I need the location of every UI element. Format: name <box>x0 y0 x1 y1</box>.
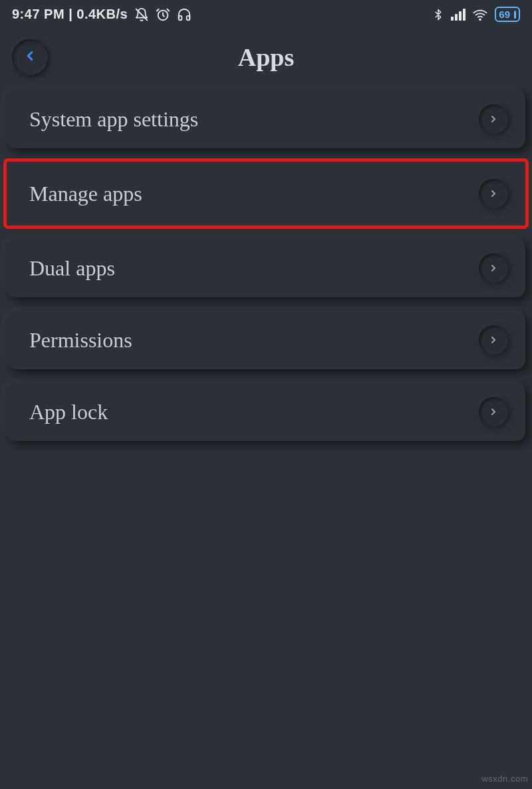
bell-off-icon <box>134 7 149 22</box>
chevron-right-icon <box>479 179 508 208</box>
back-button[interactable] <box>12 39 48 75</box>
bluetooth-icon <box>432 7 444 22</box>
status-right: 69 <box>432 7 520 22</box>
chevron-right-icon <box>479 397 508 426</box>
chevron-left-icon <box>23 46 37 69</box>
row-label: Dual apps <box>29 256 115 281</box>
row-label: Manage apps <box>29 182 142 206</box>
battery-icon: 69 <box>495 7 520 22</box>
headphones-icon <box>177 7 192 22</box>
battery-pct: 69 <box>499 9 510 20</box>
status-bar: 9:47 PM | 0.4KB/s 69 <box>0 0 532 27</box>
status-time: 9:47 PM | 0.4KB/s <box>12 7 128 22</box>
alarm-icon <box>156 7 170 22</box>
signal-icon <box>451 9 466 21</box>
settings-list: System app settings Manage apps Dual app… <box>0 87 532 441</box>
chevron-right-icon <box>479 253 508 283</box>
header: Apps <box>0 27 532 87</box>
row-dual-apps[interactable]: Dual apps <box>7 239 525 297</box>
chevron-right-icon <box>479 104 508 134</box>
page-title: Apps <box>238 43 295 72</box>
row-app-lock[interactable]: App lock <box>7 383 525 441</box>
watermark: wsxdn.com <box>481 774 528 784</box>
chevron-right-icon <box>479 325 508 355</box>
row-permissions[interactable]: Permissions <box>7 311 525 369</box>
wifi-icon <box>472 7 488 22</box>
row-label: System app settings <box>29 107 198 132</box>
row-system-app-settings[interactable]: System app settings <box>7 90 525 148</box>
row-manage-apps[interactable]: Manage apps <box>7 162 525 226</box>
status-left: 9:47 PM | 0.4KB/s <box>12 7 192 22</box>
svg-point-2 <box>479 19 481 20</box>
row-label: App lock <box>29 400 108 424</box>
row-label: Permissions <box>29 328 132 353</box>
